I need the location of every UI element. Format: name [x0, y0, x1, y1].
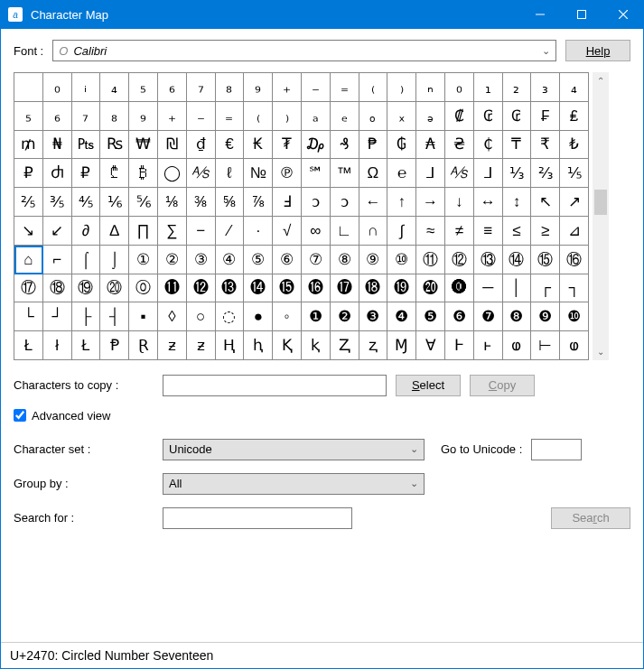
character-cell[interactable]: ▪: [129, 302, 158, 331]
character-cell[interactable]: −: [187, 217, 216, 246]
help-button[interactable]: Help: [565, 40, 630, 61]
character-cell[interactable]: ₐ: [302, 102, 331, 131]
character-cell[interactable]: ①: [129, 246, 158, 274]
character-cell[interactable]: ∟: [331, 217, 359, 246]
character-cell[interactable]: ₌: [216, 102, 245, 131]
character-cell[interactable]: €: [216, 131, 245, 160]
character-cell[interactable]: ⅘: [72, 188, 101, 217]
character-cell[interactable]: ❾: [531, 302, 560, 331]
search-input[interactable]: [163, 507, 352, 529]
character-cell[interactable]: ₍: [244, 102, 273, 131]
character-cell[interactable]: ⑰: [14, 274, 43, 303]
character-cell[interactable]: ≡: [474, 217, 503, 246]
character-cell[interactable]: ł: [43, 331, 72, 360]
character-cell[interactable]: Ⱶ: [445, 331, 474, 360]
character-cell[interactable]: ←: [359, 188, 388, 217]
character-cell[interactable]: ↘: [14, 217, 43, 246]
character-cell[interactable]: ⊢: [531, 331, 560, 360]
character-cell[interactable]: ┐: [560, 274, 589, 303]
font-select[interactable]: O Calibri ⌄: [52, 40, 556, 61]
character-cell[interactable]: ₭: [244, 131, 273, 160]
character-cell[interactable]: Ɱ: [387, 331, 416, 360]
character-cell[interactable]: ₿: [129, 159, 158, 188]
character-cell[interactable]: ∕: [216, 217, 245, 246]
character-cell[interactable]: ❺: [416, 302, 445, 331]
character-cell[interactable]: ⑯: [560, 246, 589, 274]
character-cell[interactable]: ⓪: [129, 274, 158, 303]
select-button[interactable]: Select: [396, 375, 461, 396]
advanced-checkbox[interactable]: [14, 409, 26, 422]
character-cell[interactable]: ❻: [445, 302, 474, 331]
character-cell[interactable]: ₩: [129, 131, 158, 160]
character-cell[interactable]: ₇: [187, 73, 216, 102]
character-cell[interactable]: ≠: [445, 217, 474, 246]
character-cell[interactable]: ∞: [302, 217, 331, 246]
character-cell[interactable]: ₤: [560, 102, 589, 131]
character-cell[interactable]: ⑱: [43, 274, 72, 303]
character-cell[interactable]: ⱷ: [560, 331, 589, 360]
character-cell[interactable]: ₃: [531, 73, 560, 102]
character-cell[interactable]: ⌡: [100, 246, 129, 274]
character-cell[interactable]: ₢: [503, 102, 532, 131]
character-cell[interactable]: ↙: [43, 217, 72, 246]
character-cell[interactable]: ⑲: [72, 274, 101, 303]
character-cell[interactable]: └: [14, 302, 43, 331]
character-cell[interactable]: ❶: [302, 302, 331, 331]
character-cell[interactable]: ₈: [100, 102, 129, 131]
character-cell[interactable]: ₢: [474, 102, 503, 131]
character-cell[interactable]: ↄ: [302, 188, 331, 217]
character-cell[interactable]: ₎: [273, 102, 302, 131]
character-cell[interactable]: №: [244, 159, 273, 188]
character-cell[interactable]: ④: [216, 246, 245, 274]
character-cell[interactable]: ②: [158, 246, 187, 274]
character-cell[interactable]: ∩: [359, 217, 388, 246]
scrollbar-thumb[interactable]: [594, 190, 607, 215]
character-cell[interactable]: ⅝: [216, 188, 245, 217]
character-cell[interactable]: ₮: [273, 131, 302, 160]
character-cell[interactable]: ₍: [359, 73, 388, 102]
character-cell[interactable]: ↔: [474, 188, 503, 217]
character-cell[interactable]: ≥: [531, 217, 560, 246]
character-cell[interactable]: ₦: [43, 131, 72, 160]
character-cell[interactable]: ⅗: [43, 188, 72, 217]
character-cell[interactable]: ₇: [72, 102, 101, 131]
character-cell[interactable]: ₸: [503, 131, 532, 160]
character-cell[interactable]: ⑥: [273, 246, 302, 274]
character-cell[interactable]: ⓯: [273, 274, 302, 303]
character-cell[interactable]: ⓲: [359, 274, 388, 303]
character-cell[interactable]: ₹: [531, 131, 560, 160]
character-cell[interactable]: ₉: [129, 102, 158, 131]
character-cell[interactable]: ∏: [129, 217, 158, 246]
character-cell[interactable]: ∫: [387, 217, 416, 246]
maximize-button[interactable]: [561, 0, 602, 29]
character-cell[interactable]: ™: [331, 159, 359, 188]
character-cell[interactable]: ≤: [503, 217, 532, 246]
character-cell[interactable]: ₵: [474, 131, 503, 160]
character-cell[interactable]: ℗: [273, 159, 302, 188]
character-cell[interactable]: ↓: [445, 188, 474, 217]
character-cell[interactable]: ⓮: [244, 274, 273, 303]
character-cell[interactable]: ⓳: [387, 274, 416, 303]
character-cell[interactable]: ₡: [445, 102, 474, 131]
character-cell[interactable]: ⱨ: [244, 331, 273, 360]
character-cell[interactable]: ❸: [359, 302, 388, 331]
character-cell[interactable]: ₴: [445, 131, 474, 160]
character-cell[interactable]: Ᵽ: [100, 331, 129, 360]
character-cell[interactable]: ⓴: [416, 274, 445, 303]
character-cell[interactable]: Ⱬ: [331, 331, 359, 360]
character-cell[interactable]: ⓱: [331, 274, 359, 303]
character-cell[interactable]: ⱶ: [474, 331, 503, 360]
character-cell[interactable]: ⑬: [474, 246, 503, 274]
character-grid[interactable]: ₀ᵢ₄₅₆₇₈₉₊₋₌₍₎ₙ₀₁₂₃₄₅₆₇₈₉₊₋₌₍₎ₐₑₒₓₔ₡₢₢₣₤₥…: [14, 72, 589, 360]
character-cell[interactable]: ↗: [560, 188, 589, 217]
character-cell[interactable]: ❼: [474, 302, 503, 331]
character-cell[interactable]: ├: [72, 302, 101, 331]
character-cell[interactable]: ⅕: [560, 159, 589, 188]
character-cell[interactable]: ⅍: [445, 159, 474, 188]
character-cell[interactable]: ₎: [387, 73, 416, 102]
character-cell[interactable]: ↖: [531, 188, 560, 217]
character-cell[interactable]: ℮: [387, 159, 416, 188]
character-cell[interactable]: ⅔: [531, 159, 560, 188]
character-cell[interactable]: ⑦: [302, 246, 331, 274]
character-cell[interactable]: ⓭: [216, 274, 245, 303]
